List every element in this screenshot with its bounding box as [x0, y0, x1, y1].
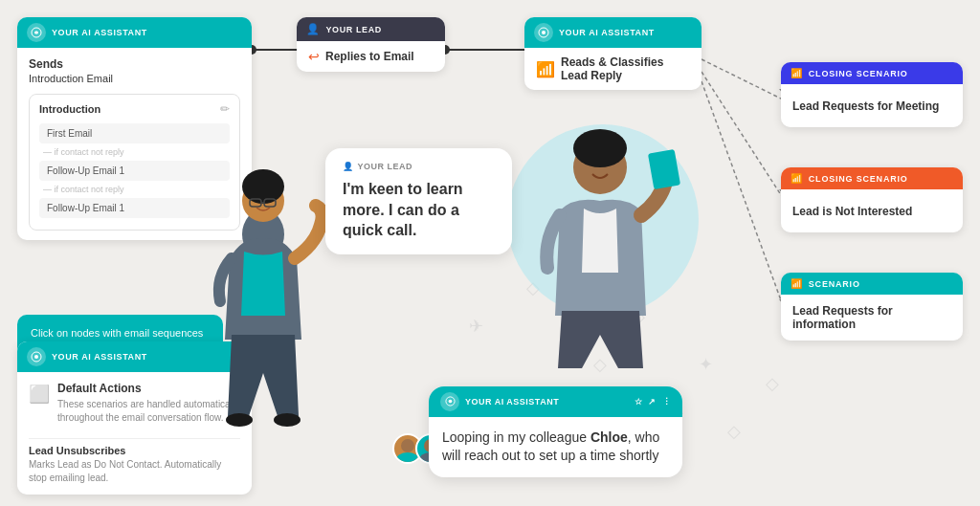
deco-8: ◇: [727, 421, 741, 442]
svg-point-17: [242, 169, 284, 204]
sends-header: YOUR AI ASSISTANT: [17, 17, 252, 48]
star-icon[interactable]: ☆: [635, 397, 643, 407]
closing1-header: 📶 CLOSING SCENARIO: [781, 62, 963, 84]
ai-bubble-header: YOUR AI ASSISTANT ☆ ↗ ⋮: [429, 386, 682, 417]
deco-7: ✦: [699, 354, 713, 375]
lead-header: 👤 YOUR LEAD: [297, 17, 445, 41]
svg-line-6: [702, 81, 785, 311]
svg-rect-25: [648, 149, 680, 189]
closing3-body: Lead Requests for information: [781, 295, 963, 341]
canvas: ✈ ◇ ◇ ✦ ◇ ◇ ✦ ◇ ◇ YOUR AI ASSISTANT: [0, 0, 980, 506]
reads-header: YOUR AI ASSISTANT: [524, 17, 702, 48]
svg-point-24: [573, 129, 627, 167]
more-icon[interactable]: ⋮: [662, 397, 672, 407]
closing-scenario-1[interactable]: 📶 CLOSING SCENARIO Lead Requests for Mee…: [781, 62, 963, 127]
svg-point-12: [542, 31, 546, 34]
svg-point-26: [401, 439, 414, 452]
ai-icon: [27, 23, 46, 42]
deco-9: ◇: [766, 373, 779, 394]
ai-icon-3: [27, 347, 46, 366]
box-icon: ⬜: [29, 384, 50, 405]
speech-label: 👤 YOUR LEAD: [343, 162, 495, 171]
ai-bubble-actions: ☆ ↗ ⋮: [635, 397, 672, 407]
closing-scenario-2[interactable]: 📶 CLOSING SCENARIO Lead is Not Intereste…: [781, 167, 963, 232]
lead-speech-bubble: 👤 YOUR LEAD I'm keen to learn more. I ca…: [325, 148, 512, 254]
svg-line-5: [702, 72, 785, 201]
ai-bubble-body: Looping in my colleague Chloe, who will …: [429, 417, 682, 477]
wifi-icon: 📶: [536, 60, 555, 78]
wifi-icon-3: 📶: [791, 173, 803, 184]
man-figure: [517, 115, 684, 373]
lead-body: ↩ Replies to Email: [297, 41, 445, 72]
svg-point-14: [34, 355, 38, 359]
svg-point-21: [226, 413, 253, 427]
lead-node[interactable]: 👤 YOUR LEAD ↩ Replies to Email: [297, 17, 445, 72]
reads-body: 📶 Reads & Classifies Lead Reply: [524, 48, 702, 90]
closing1-body: Lead Requests for Meeting: [781, 84, 963, 127]
edit-icon[interactable]: ✏: [220, 102, 230, 116]
svg-point-22: [274, 413, 301, 427]
closing-scenario-3[interactable]: 📶 SCENARIO Lead Requests for information: [781, 273, 963, 341]
closing2-header: 📶 CLOSING SCENARIO: [781, 167, 963, 189]
reply-icon: ↩: [308, 49, 320, 64]
email-row-1: First Email: [39, 123, 230, 143]
person-icon-2: 👤: [343, 162, 354, 171]
share-icon[interactable]: ↗: [648, 397, 657, 407]
closing2-body: Lead is Not Interested: [781, 189, 963, 232]
ai-icon-4: [440, 392, 459, 411]
reads-node[interactable]: YOUR AI ASSISTANT 📶 Reads & Classifies L…: [524, 17, 702, 90]
ai-icon-2: [534, 23, 553, 42]
wifi-icon-4: 📶: [791, 278, 803, 289]
svg-line-4: [702, 59, 785, 100]
woman-figure: [191, 148, 345, 473]
wifi-icon-2: 📶: [791, 68, 803, 78]
deco-1: ✈: [469, 316, 483, 337]
intro-header: Introduction ✏: [39, 102, 230, 116]
person-icon: 👤: [306, 23, 321, 35]
closing3-header: 📶 SCENARIO: [781, 273, 963, 295]
svg-point-31: [448, 400, 452, 404]
ai-response-bubble[interactable]: YOUR AI ASSISTANT ☆ ↗ ⋮ Looping in my co…: [429, 386, 682, 477]
